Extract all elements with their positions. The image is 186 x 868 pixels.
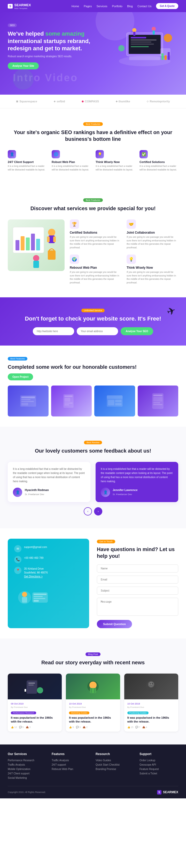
services-title: Discover what services we provide specia…: [8, 205, 178, 212]
blog-share-2[interactable]: 📤 2: [83, 726, 87, 728]
nav-links: Home Pages Services Portfolio Blog Conta…: [72, 3, 178, 9]
blog-title-1: It was popularised in the 1960s with the…: [11, 716, 59, 724]
testimonial-prev-button[interactable]: ‹: [84, 507, 92, 516]
blog-svg-3: [141, 679, 161, 694]
portfolio-section: Best Features Completed some work for ou…: [0, 346, 186, 427]
footer-features-link-1[interactable]: Traffic Analysis: [52, 759, 90, 762]
svg-rect-39: [64, 398, 70, 402]
svg-point-25: [48, 229, 55, 236]
testimonial-nav: ‹ ›: [8, 507, 178, 516]
footer-link-5[interactable]: Social Marketing: [8, 776, 47, 779]
svg-rect-62: [28, 683, 35, 684]
blog-category-2: Marketing Guides: [69, 711, 89, 714]
contact-email-input[interactable]: [97, 576, 178, 584]
portfolio-item-1[interactable]: [8, 385, 49, 416]
footer-resource-link-3[interactable]: Branding Promise: [96, 768, 134, 771]
footer-support-link-2[interactable]: Geoscope API: [139, 763, 178, 766]
blog-card-1[interactable]: 09 Oct 2019 By Prominent Duo Performance…: [8, 674, 62, 732]
testimonial-next-button[interactable]: ›: [94, 507, 102, 516]
svg-rect-33: [22, 397, 35, 398]
blog-comment-3[interactable]: 💬 7: [135, 726, 140, 728]
score-url-input[interactable]: [33, 327, 74, 335]
svg-rect-30: [33, 261, 39, 268]
service-card-2: 🤝 Joint Collaboration If you are going t…: [127, 219, 178, 249]
svg-rect-40: [64, 403, 73, 404]
svg-rect-49: [154, 397, 162, 402]
contact-section: ✉ support@gmail.com 📞 +00 480 460 789 📍 …: [0, 528, 186, 639]
hero-highlight: some amazing: [45, 30, 84, 37]
contact-message-input[interactable]: [97, 598, 178, 616]
blog-comment-1[interactable]: 💬 5: [19, 726, 24, 728]
contact-submit-button[interactable]: Submit Question: [97, 620, 132, 628]
portfolio-svg-2: [62, 392, 80, 410]
blog-image-3: [124, 674, 178, 699]
contact-subject-input[interactable]: [97, 587, 178, 595]
contact-name-input[interactable]: [97, 564, 178, 572]
nav-pages[interactable]: Pages: [84, 5, 92, 8]
footer-features-link-2[interactable]: 24/7 support: [52, 763, 90, 766]
contact-email-item: ✉ support@gmail.com: [14, 545, 83, 552]
svg-point-75: [152, 683, 153, 684]
portfolio-item-2[interactable]: [51, 385, 92, 416]
footer-link-1[interactable]: Performance Research: [8, 759, 47, 762]
logo: S SEARMEX Web Template: [8, 3, 31, 9]
seo-title: Your site's organic SEO rankings have a …: [8, 129, 178, 142]
nav-services[interactable]: Services: [96, 5, 107, 8]
svg-rect-41: [64, 404, 69, 405]
portfolio-open-button[interactable]: Open Project: [8, 373, 33, 380]
blog-meta-2: By Prominent Duo: [69, 706, 117, 708]
get-quote-button[interactable]: Get A Quote: [156, 3, 178, 9]
svg-rect-7: [131, 46, 149, 47]
score-section: ✈ Unlimited Service Don't forget to chec…: [0, 297, 186, 346]
portfolio-item-3[interactable]: [94, 385, 135, 416]
footer-resource-link-2[interactable]: Quick Start Checklist: [96, 763, 134, 766]
score-title: Don't forget to check your website score…: [8, 315, 178, 322]
nav-portfolio[interactable]: Portfolio: [112, 5, 123, 8]
logo-text-group: SEARMEX Web Template: [14, 3, 31, 9]
footer-support-link-3[interactable]: Feature Request: [139, 768, 178, 771]
footer-features-link-3[interactable]: Reboust Web Plan: [52, 768, 90, 771]
blog-comment-2[interactable]: 💬 3: [76, 726, 81, 728]
nav-blog[interactable]: Blog: [127, 5, 133, 8]
seo-feature-2-icon: 🌐: [52, 150, 60, 158]
hero-cta-button[interactable]: Analyse Your Site: [8, 62, 39, 69]
footer: Our Services Performance Research Traffi…: [0, 744, 186, 798]
footer-link-3[interactable]: Mobile Optimization: [8, 768, 47, 771]
services-grid: 🏆 Certified Solutions If you are going t…: [70, 219, 178, 284]
blog-share-3[interactable]: 📤 4: [142, 726, 147, 728]
svg-rect-18: [168, 52, 170, 60]
seo-feature-3-icon: 💡: [96, 150, 104, 158]
svg-rect-38: [64, 396, 73, 397]
testimonials-badge: Best Review: [84, 441, 102, 444]
nav-contact[interactable]: Contact Us: [137, 5, 151, 8]
footer-link-4[interactable]: 24/7 Client support: [8, 772, 47, 775]
portfolio-item-4[interactable]: [138, 385, 179, 416]
blog-like-3[interactable]: 👍 15: [127, 726, 134, 728]
contact-title: Have questions in mind? Let us help you!: [97, 546, 178, 559]
service-card-3-title: Reboust Web Plan: [70, 266, 122, 270]
footer-resource-link-1[interactable]: Video Guides: [96, 759, 134, 762]
footer-support-link-4[interactable]: Submit a Ticket: [139, 772, 178, 775]
footer-support-link-1[interactable]: Order Lookup: [139, 759, 178, 762]
service-card-3-icon: 🌍: [70, 254, 79, 264]
score-email-input[interactable]: [77, 327, 118, 335]
client-thumlike: ◆ thumlike: [116, 100, 130, 103]
svg-point-14: [152, 27, 156, 31]
portfolio-mockup-4: [138, 385, 179, 416]
seo-feature-2-text: It is a long established fact a reader w…: [52, 164, 90, 172]
svg-rect-45: [115, 400, 122, 402]
blog-card-2[interactable]: 10 Oct 2019 By Prominent Duo Marketing G…: [66, 674, 120, 732]
svg-rect-43: [107, 395, 123, 399]
service-card-2-icon: 🤝: [127, 219, 136, 229]
blog-card-3[interactable]: 10 Oct 2019 By Prominent Duo Positioning…: [124, 674, 178, 732]
score-submit-button[interactable]: Analyse Your SEO: [121, 327, 154, 335]
seo-feature-2: 🌐 Robust Web Plan It is a long establish…: [52, 150, 90, 172]
footer-resource-links: Video Guides Quick Start Checklist Brand…: [96, 759, 134, 771]
footer-link-2[interactable]: Traffic Analysis: [8, 763, 47, 766]
client-remotepriority: ◇ Remotepriority: [147, 100, 170, 103]
blog-share-1[interactable]: 📤 3: [26, 726, 31, 728]
blog-like-2[interactable]: 👍 8: [69, 726, 74, 728]
blog-like-1[interactable]: 👍 12: [11, 726, 17, 728]
nav-home[interactable]: Home: [72, 5, 79, 8]
testimonial-1-avatar: 👤: [13, 488, 22, 497]
